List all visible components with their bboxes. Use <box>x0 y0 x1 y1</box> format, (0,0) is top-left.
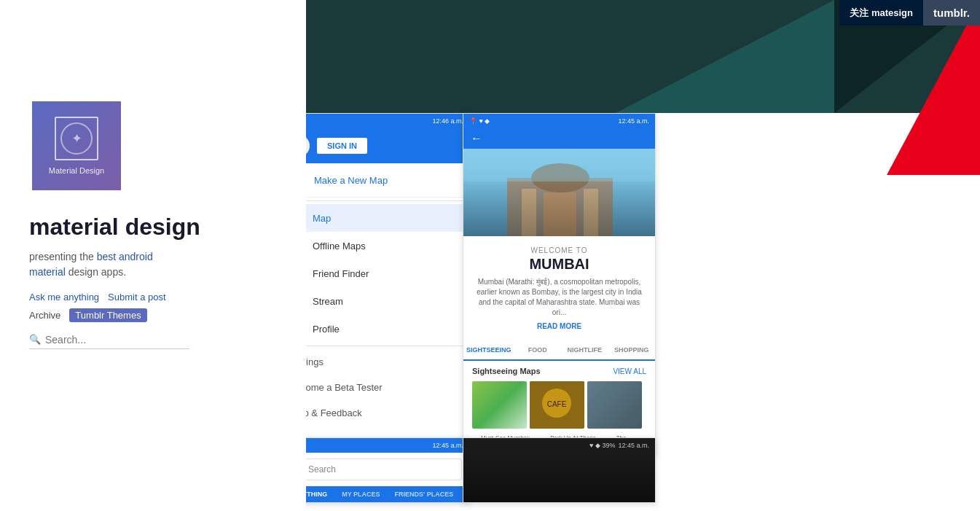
phone1-menu-stream[interactable]: ≡ Stream <box>278 287 469 315</box>
section-title: Sightseeing Maps <box>472 367 541 375</box>
svg-rect-6 <box>463 149 655 182</box>
avatar-icon: ✦ <box>55 117 98 160</box>
desc-link-best: best <box>97 251 116 262</box>
tumblr-logo: tumblr. <box>923 0 980 26</box>
desc-link-material: material <box>29 266 66 278</box>
place-image <box>463 149 655 236</box>
follow-button[interactable]: 关注 matesign <box>839 0 923 26</box>
phone-screenshot-4: ♥ ◆ 39% 12:45 a.m. <box>463 437 656 503</box>
filter-friends[interactable]: FRIENDS' PLACES <box>388 486 461 503</box>
place-thumbnails: CAFE <box>463 381 655 429</box>
read-more-btn[interactable]: READ MORE <box>475 322 643 330</box>
desc-link-android: android <box>119 251 153 262</box>
friend-label: Friend Finder <box>313 268 369 279</box>
tab-nightlife[interactable]: NIGHTLIFE <box>561 340 608 359</box>
menu-divider-2 <box>278 346 469 346</box>
phone1-help[interactable]: Help & Feedback <box>278 400 469 426</box>
phone-screenshot-2: 📍 ♥ ◆ 12:45 a.m. ← <box>463 113 656 456</box>
map-label: Map <box>313 213 331 224</box>
screenshots-container: 📍 ♥ ◆ 12:46 a.m. SIGN IN + Make a New Ma… <box>277 113 980 511</box>
thumb-3[interactable] <box>587 381 642 429</box>
phone1-menu-friend[interactable]: 👤 Friend Finder <box>278 260 469 287</box>
place-tabs: SIGHTSEEING FOOD NIGHTLIFE SHOPPING <box>463 340 655 361</box>
phone1-new-map[interactable]: + Make a New Map <box>278 163 469 198</box>
thumb-2[interactable]: CAFE <box>530 381 584 429</box>
phone3-time: 12:45 a.m. <box>432 442 463 449</box>
phone3-status-bar: 📍 ♥ ◆ 12:45 a.m. <box>278 438 469 453</box>
phone1-menu-profile[interactable]: ○ Profile <box>278 315 469 343</box>
main-content: ✦ Material Design material design presen… <box>0 0 980 511</box>
phone1-menu-offline[interactable]: ⬇ Offline Maps <box>278 232 469 260</box>
blog-title: material design <box>29 214 306 241</box>
tab-food[interactable]: FOOD <box>514 340 562 359</box>
phone2-header: ← <box>463 128 655 149</box>
search-icon: 🔍 <box>29 334 41 345</box>
phone2-time: 12:45 a.m. <box>618 117 649 125</box>
offline-label: Offline Maps <box>313 241 366 251</box>
sidebar: ✦ Material Design material design presen… <box>0 0 306 511</box>
city-desc: Mumbai (Marathi: मुंबई), a cosmopolitan … <box>475 277 643 318</box>
tab-sightseeing[interactable]: SIGHTSEEING <box>463 340 514 361</box>
phone1-beta[interactable]: Become a Beta Tester <box>278 375 469 400</box>
themes-link[interactable]: Tumblr Themes <box>69 308 146 322</box>
phone2-status-bar: 📍 ♥ ◆ 12:45 a.m. <box>463 114 655 128</box>
phone1-settings[interactable]: Settings <box>278 349 469 375</box>
new-map-label: Make a New Map <box>314 175 388 186</box>
back-arrow-icon[interactable]: ← <box>471 132 482 145</box>
city-name: MUMBAI <box>475 256 643 273</box>
phone4-screen <box>463 453 655 503</box>
building-silhouette <box>463 178 655 236</box>
welcome-to-label: WELCOME TO <box>475 246 643 254</box>
svg-text:CAFE: CAFE <box>547 400 567 408</box>
thumb2-svg: CAFE <box>530 381 584 429</box>
blog-links-row2: Archive Tumblr Themes <box>29 308 306 322</box>
phone3-search-text: Search <box>308 464 336 475</box>
stream-label: Stream <box>313 296 343 307</box>
phone1-header: SIGN IN <box>278 128 469 163</box>
search-bar[interactable]: 🔍 <box>29 334 189 349</box>
phone1-signin-btn[interactable]: SIGN IN <box>317 138 367 154</box>
tumblr-bar: 关注 matesign tumblr. <box>839 0 980 26</box>
blog-description: presenting the best androidmaterial desi… <box>29 249 306 280</box>
place-info: WELCOME TO MUMBAI Mumbai (Marathi: मुंबई… <box>463 236 655 340</box>
phone4-time: 12:45 a.m. <box>618 442 649 449</box>
submit-link[interactable]: Submit a post <box>108 292 166 303</box>
phone1-time: 12:46 a.m. <box>432 117 463 125</box>
filter-my-places[interactable]: MY PLACES <box>334 486 387 503</box>
phone4-dark-content <box>463 453 655 503</box>
profile-label: Profile <box>313 324 340 335</box>
phone4-status: ♥ ◆ 39% 12:45 a.m. <box>463 438 655 453</box>
phone2-icons: 📍 ♥ ◆ <box>469 117 490 125</box>
avatar-label: Material Design <box>49 166 104 175</box>
profile-avatar: ✦ Material Design <box>29 98 124 193</box>
section-header: Sightseeing Maps VIEW ALL <box>463 361 655 381</box>
blog-links-row1: Ask me anything Submit a post <box>29 292 306 303</box>
search-input[interactable] <box>45 334 176 346</box>
menu-divider-1 <box>278 200 469 201</box>
phone1-menu-map[interactable]: 🗺 Map <box>278 204 469 232</box>
phone3-search-bar[interactable]: ☰ Search <box>285 459 462 480</box>
view-all-btn[interactable]: VIEW ALL <box>613 367 646 375</box>
phone3-filter-tabs: EVERYTHING MY PLACES FRIENDS' PLACES <box>278 486 469 503</box>
thumb-1[interactable] <box>472 381 527 429</box>
ask-link[interactable]: Ask me anything <box>29 292 99 303</box>
tab-shopping[interactable]: SHOPPING <box>608 340 656 359</box>
phone1-status-bar: 📍 ♥ ◆ 12:46 a.m. <box>278 114 469 128</box>
archive-link[interactable]: Archive <box>29 310 60 321</box>
phone1-menu: + Make a New Map 🗺 Map ⬇ Offline Maps 👤 … <box>278 163 469 426</box>
phone4-icons: ♥ ◆ 39% <box>589 442 615 449</box>
